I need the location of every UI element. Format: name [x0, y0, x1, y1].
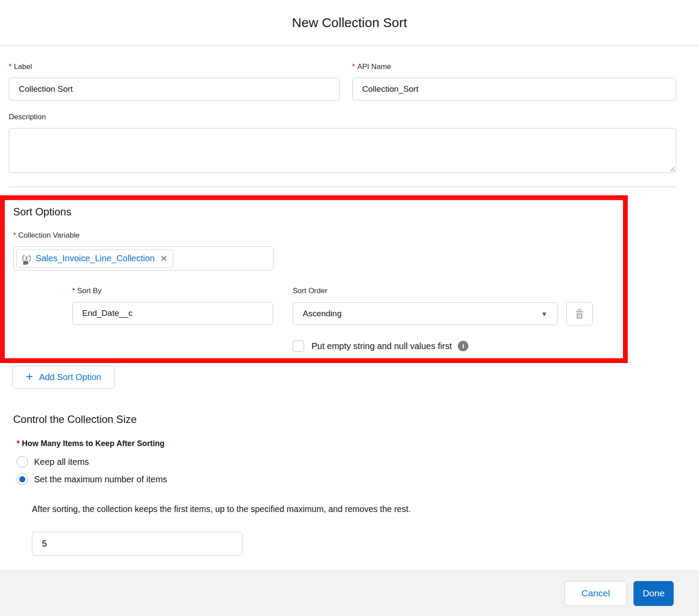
- keep-all-items-option: Keep all items: [17, 456, 676, 467]
- api-name-field-label: * API Name: [352, 62, 676, 71]
- info-icon[interactable]: i: [458, 341, 468, 351]
- sort-by-label: * Sort By: [72, 287, 273, 295]
- api-name-field-group: * API Name: [352, 62, 676, 100]
- plus-icon: +: [26, 370, 33, 383]
- add-sort-option-label: Add Sort Option: [39, 372, 101, 382]
- collection-variable-value[interactable]: Sales_Invoice_Line_Collection: [36, 253, 155, 263]
- required-asterisk: *: [72, 287, 75, 295]
- required-asterisk: *: [9, 62, 12, 71]
- null-values-checkbox-label: Put empty string and null values first: [311, 341, 452, 351]
- description-field-label: Description: [9, 113, 676, 121]
- sort-criteria-row: * Sort By Sort Order Ascending ▼: [72, 287, 676, 352]
- dialog-body: * Label * API Name Description: [0, 46, 699, 556]
- sort-by-input[interactable]: [72, 302, 273, 325]
- required-asterisk: *: [352, 62, 355, 71]
- keep-all-items-label: Keep all items: [34, 457, 89, 467]
- sort-order-label: Sort Order: [293, 287, 593, 295]
- description-field-group: Description: [9, 113, 676, 173]
- variable-icon: (x): [22, 253, 31, 263]
- required-asterisk: *: [13, 231, 16, 240]
- max-items-input[interactable]: [32, 532, 242, 556]
- max-items-helper-text: After sorting, the collection keeps the …: [32, 504, 676, 514]
- sort-order-row: Ascending ▼: [293, 302, 593, 325]
- page-title: New Collection Sort: [292, 15, 407, 30]
- dialog-header: New Collection Sort: [0, 0, 699, 46]
- add-sort-option-button[interactable]: + Add Sort Option: [12, 366, 115, 389]
- collection-variable-combobox[interactable]: (x) Sales_Invoice_Line_Collection ✕: [13, 246, 273, 270]
- trash-icon: [574, 308, 585, 320]
- label-field-group: * Label: [9, 62, 340, 100]
- description-textarea-wrap: [9, 128, 676, 173]
- label-input[interactable]: [9, 78, 340, 100]
- sort-options-section: Sort Options * Collection Variable (x) S…: [9, 206, 676, 352]
- collection-size-heading: Control the Collection Size: [13, 413, 676, 426]
- sort-by-group: * Sort By: [72, 287, 273, 352]
- keep-all-items-radio[interactable]: [17, 456, 28, 467]
- sort-order-group: Sort Order Ascending ▼: [293, 287, 593, 352]
- sort-options-heading: Sort Options: [13, 206, 676, 218]
- items-to-keep-label: * How Many Items to Keep After Sorting: [17, 439, 676, 448]
- section-divider: [9, 186, 676, 187]
- null-values-checkbox-row: Put empty string and null values first i: [293, 340, 593, 352]
- delete-sort-option-button[interactable]: [566, 302, 593, 325]
- label-field-label: * Label: [9, 62, 340, 71]
- dialog-footer: Cancel Done: [0, 570, 699, 616]
- name-fields-row: * Label * API Name: [9, 62, 676, 100]
- set-maximum-option: Set the maximum number of items: [17, 474, 676, 485]
- collection-variable-label: * Collection Variable: [13, 231, 676, 240]
- cancel-button[interactable]: Cancel: [564, 581, 627, 606]
- new-collection-sort-dialog: New Collection Sort * Label * API Name: [0, 0, 699, 616]
- set-maximum-label: Set the maximum number of items: [34, 474, 167, 484]
- collection-variable-pill[interactable]: (x) Sales_Invoice_Line_Collection ✕: [16, 249, 173, 268]
- required-asterisk: *: [17, 439, 20, 448]
- chevron-down-icon: ▼: [541, 310, 547, 318]
- sort-order-value: Ascending: [303, 309, 342, 318]
- set-maximum-radio[interactable]: [17, 474, 28, 485]
- sort-order-select[interactable]: Ascending ▼: [293, 302, 557, 325]
- done-button[interactable]: Done: [633, 581, 674, 606]
- null-values-checkbox[interactable]: [293, 340, 304, 352]
- description-textarea[interactable]: [9, 128, 676, 173]
- api-name-input[interactable]: [352, 78, 676, 100]
- remove-pill-icon[interactable]: ✕: [160, 254, 168, 263]
